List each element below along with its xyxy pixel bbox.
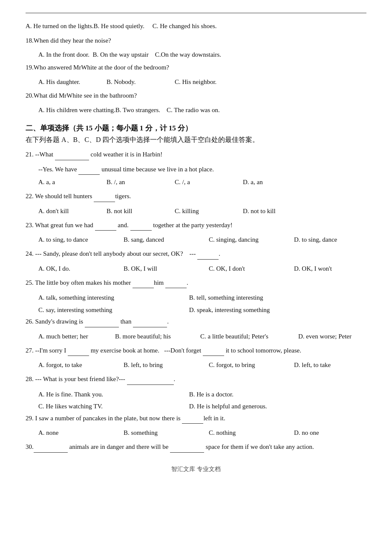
q25-opt-d: D. speak, interesting something [189, 306, 270, 313]
q29-opt-b: B. something [124, 427, 209, 439]
q28-opt-b: B. He is a doctor. [189, 391, 233, 398]
q23-options: A. to sing, to dance B. sang, danced C. … [38, 234, 366, 246]
q19-opt-b: B. Nobody. [107, 76, 175, 88]
q23-opt-a: A. to sing, to dance [38, 234, 124, 246]
blank-27a [68, 345, 89, 356]
q28-options: A. He is fine. Thank you. B. He is a doc… [38, 388, 366, 413]
q25-row1: A. talk, something interesting B. tell, … [38, 292, 366, 304]
q24-opt-a: A. OK, I do. [38, 263, 124, 275]
q21-opt-b: B. /, an [107, 176, 175, 188]
q21-sub: --Yes. We have unusual time because we l… [38, 164, 366, 175]
q27-opt-a: A. forgot, to take [38, 359, 124, 371]
blank-25b [165, 277, 187, 289]
q25-opt-c: C. say, interesting something [38, 304, 187, 316]
q22-opt-a: A. don't kill [38, 205, 107, 217]
question-27: 27. --I'm sorry I my exercise book at ho… [26, 345, 366, 356]
top-divider [26, 13, 366, 13]
blank-21b [78, 164, 100, 175]
q21-opt-d: D. a, an [243, 176, 311, 188]
blank-29 [182, 413, 203, 424]
q23-opt-d: D. to sing, dance [294, 234, 379, 246]
blank-22 [94, 191, 115, 202]
question-24: 24. --- Sandy, please don't tell anybody… [26, 248, 366, 260]
q28-opt-c: C. He likes watching TV. [38, 400, 187, 413]
footer: 智汇文库 专业文档 [26, 465, 366, 473]
q26-opt-d: D. even worse; Peter [298, 331, 352, 342]
q28-opt-d: D. He is helpful and generous. [189, 403, 267, 410]
question-23: 23. What great fun we had and. together … [26, 220, 366, 231]
q27-opt-c: C. forgot, to bring [209, 359, 294, 371]
q26-opt-a: A. much better; her [38, 331, 115, 342]
blank-27b [203, 345, 224, 356]
q18-options: A. In the front door. B. On the way upst… [38, 49, 366, 61]
q25-row2: C. say, interesting something D. speak, … [38, 304, 366, 316]
section2-title: 二、单项选择（共 15 小题；每小题 1 分，计 15 分） [26, 123, 366, 133]
question-25: 25. The little boy often makes his mothe… [26, 277, 366, 289]
blank-28 [127, 373, 174, 385]
q22-opt-c: C. killing [175, 205, 243, 217]
blank-23b [130, 220, 152, 231]
q24-options: A. OK, I do. B. OK, I will C. OK, I don'… [38, 263, 366, 275]
q22-opt-b: B. not kill [107, 205, 175, 217]
blank-30a [34, 441, 68, 453]
question-22: 22. We should tell hunters tigers. [26, 191, 366, 202]
q26-options: A. much better; her B. more beautiful; h… [38, 331, 366, 342]
section2-desc: 在下列各题 A、B、C、D 四个选项中选择一个能填入题干空白处的最佳答案。 [26, 136, 366, 145]
q26-opt-c: C. a little beautiful; Peter's [200, 331, 298, 342]
q26-opt-b: B. more beautiful; his [115, 331, 200, 342]
q24-opt-d: D. OK, I won't [294, 263, 379, 275]
q29-options: A. none B. something C. nothing D. no on… [38, 427, 366, 439]
blank-30b [170, 441, 204, 453]
q29-opt-c: C. nothing [209, 427, 294, 439]
q21-opt-c: C. /, a [175, 176, 243, 188]
q19-options: A. His daughter. B. Nobody. C. His neigh… [38, 76, 366, 88]
q21-opt-a: A. a, a [38, 176, 107, 188]
q20-options: A. His children were chatting.B. Two str… [38, 105, 366, 116]
q28-row2: C. He likes watching TV. D. He is helpfu… [38, 400, 366, 413]
question-26: 26. Sandy's drawing is than . [26, 316, 366, 327]
q21-options: A. a, a B. /, an C. /, a D. a, an [38, 176, 366, 188]
q24-opt-c: C. OK, I don't [209, 263, 294, 275]
q25-opt-b: B. tell, something interesting [189, 294, 263, 301]
q25-options: A. talk, something interesting B. tell, … [38, 292, 366, 316]
q27-options: A. forgot, to take B. left, to bring C. … [38, 359, 366, 371]
blank-25a [133, 277, 154, 289]
q27-opt-b: B. left, to bring [124, 359, 209, 371]
question-30: 30. animals are in danger and there will… [26, 441, 366, 453]
q27-opt-d: D. left, to take [294, 359, 379, 371]
question-28: 28. --- What is your best friend like?--… [26, 373, 366, 385]
question-20: 20.What did MrWhite see in the bathroom? [26, 90, 366, 101]
q29-opt-a: A. none [38, 427, 124, 439]
q24-opt-b: B. OK, I will [124, 263, 209, 275]
blank-26b [133, 316, 167, 327]
question-21: 21. --What cold weather it is in Harbin! [26, 149, 366, 160]
option-line-a: A. He turned on the lights.B. He stood q… [26, 21, 366, 32]
q22-options: A. don't kill B. not kill C. killing D. … [38, 205, 366, 217]
blank-23a [95, 220, 116, 231]
question-18: 18.When did they hear the noise? [26, 35, 366, 46]
question-29: 29. I saw a number of pancakes in the pl… [26, 413, 366, 424]
q25-opt-a: A. talk, something interesting [38, 292, 187, 304]
q28-row1: A. He is fine. Thank you. B. He is a doc… [38, 388, 366, 401]
q29-opt-d: D. no one [294, 427, 319, 439]
blank-26a [85, 316, 119, 327]
q28-opt-a: A. He is fine. Thank you. [38, 388, 187, 401]
q19-opt-a: A. His daughter. [38, 76, 107, 88]
q23-opt-b: B. sang, danced [124, 234, 209, 246]
q19-opt-c: C. His neighbor. [175, 76, 243, 88]
question-19: 19.Who answered MrWhite at the door of t… [26, 62, 366, 73]
q23-opt-c: C. singing, dancing [209, 234, 294, 246]
q22-opt-d: D. not to kill [243, 205, 311, 217]
blank-21a [55, 149, 89, 160]
blank-24 [197, 248, 219, 260]
